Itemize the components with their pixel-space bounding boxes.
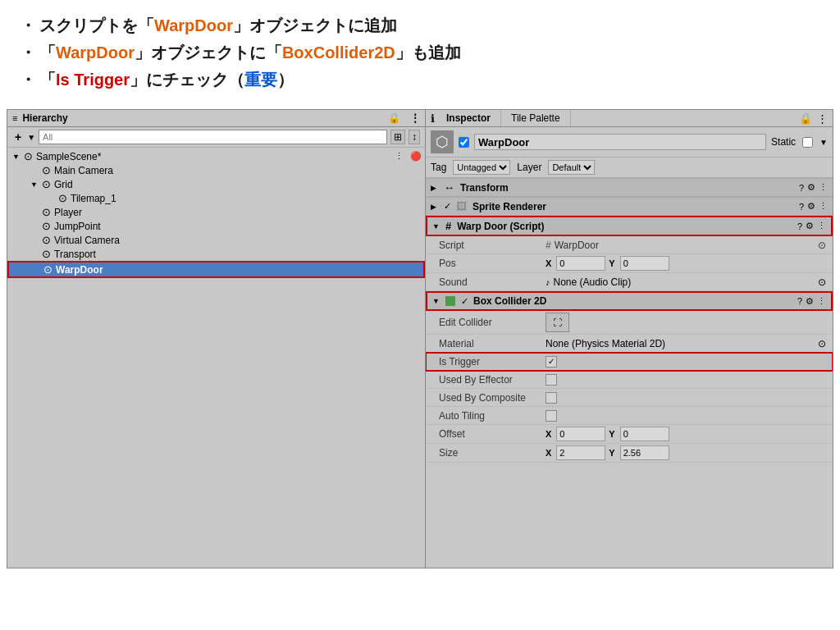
sprite-dots[interactable]: ⋮	[819, 201, 828, 212]
sprite-icon: 🖼	[456, 200, 467, 212]
auto-tiling-checkbox[interactable]	[546, 410, 557, 422]
size-value: X Y	[546, 445, 826, 460]
size-y-label: Y	[609, 448, 614, 458]
tree-item-warpdoor[interactable]: ⊙ WarpDoor	[7, 261, 425, 278]
boxcollider-cog[interactable]: ⚙	[806, 296, 814, 307]
grid-label: Grid	[54, 179, 73, 190]
size-y-input[interactable]	[620, 445, 669, 460]
tab-inspector[interactable]: Inspector	[436, 110, 501, 126]
boxcollider-dots[interactable]: ⋮	[817, 296, 826, 307]
tab-tile-palette[interactable]: Tile Palette	[501, 110, 571, 126]
camera-icon: ⊙	[42, 164, 51, 176]
hierarchy-menu-icon[interactable]: ⋮	[410, 112, 420, 124]
jumppoint-label: JumpPoint	[54, 221, 101, 232]
warpdoor-dots[interactable]: ⋮	[817, 221, 826, 231]
static-arrow[interactable]: ▼	[819, 138, 828, 147]
edit-collider-button[interactable]: ⛶	[546, 313, 569, 332]
warpdoor-cog[interactable]: ⚙	[806, 221, 814, 231]
component-warpdoor-header[interactable]: ▼ # Warp Door (Script) ? ⚙ ⋮	[426, 216, 833, 236]
layer-select[interactable]: Default	[548, 160, 595, 175]
component-transform-header[interactable]: ▶ ↔ Transform ? ⚙ ⋮	[426, 178, 833, 197]
transform-dots[interactable]: ⋮	[819, 182, 828, 193]
tree-item-main-camera[interactable]: ⊙ Main Camera	[7, 163, 425, 177]
material-label: Material	[439, 338, 546, 349]
warpdoor-arrow: ▼	[432, 222, 442, 231]
player-icon: ⊙	[42, 206, 51, 218]
tree-item-jumppoint[interactable]: ⊙ JumpPoint	[7, 219, 425, 233]
prop-sound-label: Sound	[439, 276, 546, 288]
prop-size: Size X Y	[426, 444, 833, 463]
offset-y-input[interactable]	[620, 427, 669, 441]
filter-icon-1[interactable]: ⊞	[390, 130, 405, 144]
info-icon: ℹ	[426, 112, 435, 125]
transform-help[interactable]: ?	[799, 183, 804, 193]
object-active-checkbox[interactable]	[459, 137, 469, 148]
component-boxcollider-header[interactable]: ▼ ✓ Box Collider 2D ? ⚙ ⋮	[426, 291, 833, 311]
prop-is-trigger: Is Trigger	[426, 353, 833, 371]
sprite-cog[interactable]: ⚙	[807, 201, 815, 212]
add-arrow[interactable]: ▼	[27, 133, 35, 142]
prop-material: Material None (Physics Material 2D) ⊙	[426, 335, 833, 353]
tree-item-samplescene[interactable]: ▼ ⊙ SampleScene* ⋮ 🔴	[7, 149, 425, 163]
script-hash-icon: #	[546, 240, 551, 251]
object-name-input[interactable]	[474, 134, 766, 150]
hierarchy-lock-icon[interactable]: 🔒	[388, 112, 400, 124]
sound-circle-btn[interactable]: ⊙	[818, 276, 826, 288]
static-checkbox[interactable]	[802, 137, 813, 148]
transport-label: Transport	[54, 249, 96, 260]
transform-cog[interactable]: ⚙	[807, 182, 815, 193]
component-sprite-header[interactable]: ▶ ✓ 🖼 Sprite Renderer ? ⚙ ⋮	[426, 197, 833, 216]
pos-y-input[interactable]	[620, 256, 669, 271]
sprite-checkbox[interactable]: ✓	[444, 201, 451, 212]
pos-y-label: Y	[609, 258, 614, 268]
is-trigger-label: Is Trigger	[439, 356, 546, 368]
offset-x-label: X	[546, 429, 551, 439]
material-name: None (Physics Material 2D)	[546, 338, 665, 349]
inspector-lock-icon[interactable]: 🔒	[799, 112, 812, 125]
size-x-label: X	[546, 448, 551, 458]
tree-item-player[interactable]: ⊙ Player	[7, 205, 425, 219]
used-by-effector-checkbox[interactable]	[546, 374, 557, 386]
tree-arrow: ▼	[30, 180, 40, 189]
hierarchy-panel: ≡ Hierarchy 🔒 ⋮ + ▼ ⊞ ↕ ▼ ⊙ SampleScene*…	[7, 110, 426, 568]
transport-icon: ⊙	[42, 248, 51, 260]
prop-offset: Offset X Y	[426, 425, 833, 444]
hierarchy-icon: ≡	[12, 113, 17, 123]
filter-icon-2[interactable]: ↕	[409, 130, 420, 144]
prop-edit-collider: Edit Collider ⛶	[426, 311, 833, 335]
tag-select[interactable]: Untagged	[453, 160, 510, 175]
search-input[interactable]	[39, 130, 387, 144]
tree-item-tilemap[interactable]: ⊙ Tilemap_1	[7, 191, 425, 205]
size-x-input[interactable]	[556, 445, 605, 460]
tree-item-grid[interactable]: ▼ ⊙ Grid	[7, 177, 425, 191]
scene-label: SampleScene*	[36, 151, 101, 162]
used-by-composite-checkbox[interactable]	[546, 392, 557, 404]
sprite-help[interactable]: ?	[799, 202, 804, 212]
tag-label: Tag	[431, 162, 446, 173]
is-trigger-value	[546, 356, 826, 368]
inspector-menu-icon[interactable]: ⋮	[817, 112, 828, 125]
prop-script-value: # WarpDoor ⊙	[546, 240, 826, 251]
music-icon: ♪	[546, 277, 550, 287]
top-instructions: スクリプトを「WarpDoor」オブジェクトに追加 「WarpDoor」オブジェ…	[0, 0, 840, 106]
tilemap-icon: ⊙	[58, 192, 67, 204]
scene-menu-icon[interactable]: ⋮	[395, 151, 404, 162]
warpdoor-help[interactable]: ?	[797, 221, 802, 231]
tree-item-virtual-camera[interactable]: ⊙ Virtual Camera	[7, 233, 425, 247]
material-circle-btn[interactable]: ⊙	[818, 338, 826, 349]
script-circle-btn[interactable]: ⊙	[818, 240, 826, 251]
pos-x-input[interactable]	[556, 256, 605, 271]
hierarchy-header: ≡ Hierarchy 🔒 ⋮	[7, 110, 425, 127]
object-header: ⬡ Static ▼	[426, 127, 833, 158]
boxcollider-checkbox[interactable]: ✓	[461, 296, 468, 307]
offset-x-input[interactable]	[556, 427, 605, 441]
is-trigger-checkbox[interactable]	[546, 356, 557, 368]
used-by-composite-value	[546, 392, 826, 404]
tilemap-label: Tilemap_1	[71, 193, 116, 204]
add-button[interactable]: +	[12, 130, 24, 144]
tree-item-transport[interactable]: ⊙ Transport	[7, 247, 425, 261]
transform-icon: ↔	[444, 181, 454, 194]
transform-arrow: ▶	[431, 184, 441, 192]
inspector-panel: ℹ Inspector Tile Palette 🔒 ⋮ ⬡ Static ▼	[426, 110, 833, 568]
boxcollider-help[interactable]: ?	[797, 296, 802, 306]
